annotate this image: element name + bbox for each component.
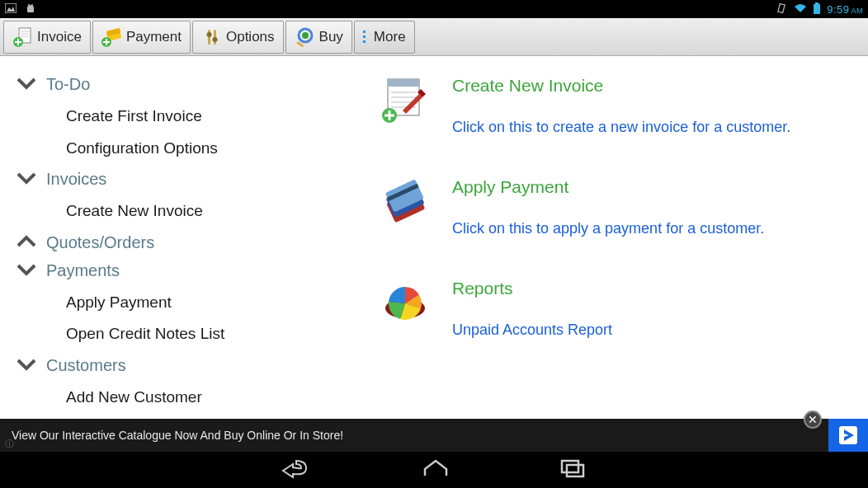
chevron-up-icon[interactable] xyxy=(7,234,46,251)
battery-icon xyxy=(814,2,820,16)
svg-rect-19 xyxy=(103,41,110,43)
card-reports: Reports Unpaid Accounts Report xyxy=(380,279,843,339)
section-todo[interactable]: To-Do xyxy=(46,73,90,96)
android-nav-bar xyxy=(0,452,868,488)
sidebar-item-create-first-invoice[interactable]: Create First Invoice xyxy=(7,101,355,133)
card-title: Apply Payment xyxy=(452,177,843,197)
ad-go-button[interactable] xyxy=(828,419,868,452)
svg-marker-1 xyxy=(7,7,15,12)
svg-rect-14 xyxy=(15,41,21,43)
invoice-button[interactable]: Invoice xyxy=(3,21,91,54)
chevron-down-icon[interactable] xyxy=(7,357,46,373)
svg-rect-5 xyxy=(778,3,785,12)
android-icon xyxy=(25,2,36,16)
ad-close-button[interactable]: ✕ xyxy=(804,411,822,429)
payment-button-label: Payment xyxy=(126,29,182,45)
nav-back-button[interactable] xyxy=(281,458,313,482)
svg-rect-6 xyxy=(814,4,820,14)
clock: 9:59AM xyxy=(827,3,863,16)
svg-point-23 xyxy=(212,37,217,42)
sidebar-item-open-credit-notes[interactable]: Open Credit Notes List xyxy=(7,318,355,350)
payment-button[interactable]: Payment xyxy=(92,21,191,54)
section-customers[interactable]: Customers xyxy=(46,354,126,377)
buy-icon xyxy=(295,26,316,48)
ad-info-icon[interactable]: ⓘ xyxy=(5,438,14,450)
section-invoices[interactable]: Invoices xyxy=(46,167,106,190)
card-link[interactable]: Click on this to apply a payment for a c… xyxy=(452,220,843,237)
more-dots-icon xyxy=(363,30,366,43)
svg-rect-2 xyxy=(27,7,34,12)
wifi-icon xyxy=(794,3,807,16)
ad-banner[interactable]: View Our Interactive Catalogue Now And B… xyxy=(0,419,868,452)
android-status-bar: 9:59AM xyxy=(0,0,868,18)
buy-button-label: Buy xyxy=(319,29,343,45)
toolbar: Invoice Payment Options Buy More xyxy=(0,18,868,56)
svg-rect-0 xyxy=(5,3,17,13)
clock-ampm: AM xyxy=(851,7,864,15)
svg-rect-7 xyxy=(815,2,818,4)
payment-icon xyxy=(380,177,431,228)
card-create-invoice: Create New Invoice Click on this to crea… xyxy=(380,76,843,136)
ad-text: View Our Interactive Catalogue Now And B… xyxy=(12,429,343,442)
svg-point-22 xyxy=(206,32,211,37)
options-icon xyxy=(201,26,223,48)
nav-home-button[interactable] xyxy=(420,458,451,482)
sidebar: To-Do Create First Invoice Configuration… xyxy=(0,56,355,419)
card-apply-payment: Apply Payment Click on this to apply a p… xyxy=(380,177,843,237)
sidebar-item-create-new-invoice[interactable]: Create New Invoice xyxy=(7,195,355,228)
payment-add-icon xyxy=(101,26,123,48)
nav-recent-button[interactable] xyxy=(559,458,587,482)
sidebar-item-add-new-customer[interactable]: Add New Customer xyxy=(7,382,355,414)
card-link[interactable]: Unpaid Accounts Report xyxy=(452,321,843,339)
svg-rect-28 xyxy=(388,79,419,87)
more-button[interactable]: More xyxy=(354,21,415,54)
options-button[interactable]: Options xyxy=(192,21,284,54)
options-button-label: Options xyxy=(226,29,275,45)
section-quotes-orders[interactable]: Quotes/Orders xyxy=(46,231,154,254)
chevron-down-icon[interactable] xyxy=(7,171,46,187)
sidebar-item-configuration-options[interactable]: Configuration Options xyxy=(7,133,355,165)
svg-rect-37 xyxy=(384,115,394,117)
clock-time: 9:59 xyxy=(827,3,849,16)
card-title: Reports xyxy=(452,279,843,298)
invoice-icon xyxy=(380,76,431,127)
svg-point-25 xyxy=(302,32,309,39)
invoice-add-icon xyxy=(12,26,34,48)
rotate-icon xyxy=(776,2,787,16)
buy-button[interactable]: Buy xyxy=(285,21,352,54)
svg-rect-45 xyxy=(562,461,578,472)
picture-icon xyxy=(5,3,17,16)
reports-icon xyxy=(380,279,431,330)
invoice-button-label: Invoice xyxy=(37,29,82,45)
card-title: Create New Invoice xyxy=(452,76,843,96)
sidebar-item-apply-payment[interactable]: Apply Payment xyxy=(7,287,355,319)
more-button-label: More xyxy=(374,29,406,45)
svg-rect-46 xyxy=(567,465,583,476)
main-panel: Create New Invoice Click on this to crea… xyxy=(355,56,868,419)
card-link[interactable]: Click on this to create a new invoice fo… xyxy=(452,119,843,136)
chevron-down-icon[interactable] xyxy=(7,262,46,279)
svg-rect-43 xyxy=(839,426,857,444)
section-payments[interactable]: Payments xyxy=(46,259,120,282)
chevron-down-icon[interactable] xyxy=(7,76,46,92)
